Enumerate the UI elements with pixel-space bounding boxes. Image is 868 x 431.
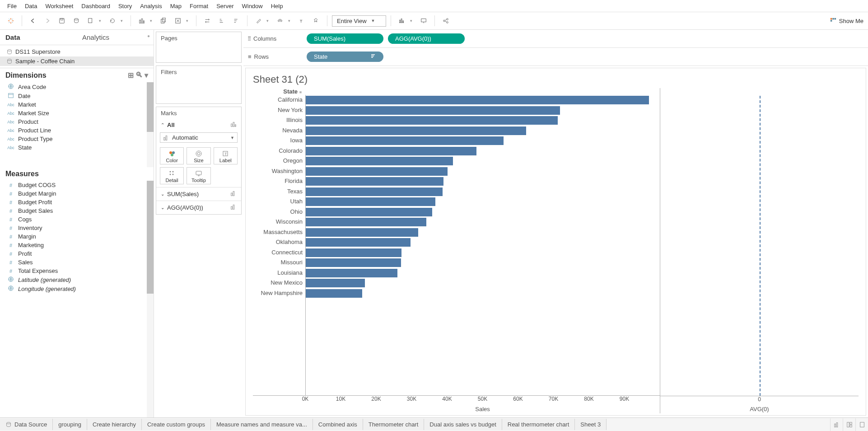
field-item[interactable]: #Marketing — [0, 241, 154, 249]
field-item[interactable]: #Sales — [0, 258, 154, 267]
pin-icon[interactable] — [310, 14, 322, 27]
undo-icon[interactable] — [27, 14, 39, 27]
bar[interactable] — [306, 238, 411, 247]
marks-agg-avg0[interactable]: ⌄AGG(AVG(0)) — [156, 201, 241, 214]
menu-file[interactable]: File — [4, 2, 20, 10]
label-button[interactable]: TLabel — [214, 147, 238, 164]
pages-card[interactable]: Pages — [156, 32, 242, 63]
share-icon[interactable] — [439, 14, 452, 27]
labels-icon[interactable]: T — [295, 14, 308, 27]
bar[interactable] — [306, 177, 443, 186]
sheet-title[interactable]: Sheet 31 (2) — [253, 74, 859, 85]
field-item[interactable]: Latitude (generated) — [0, 275, 154, 284]
menu-data[interactable]: Data — [21, 2, 41, 10]
bar-label[interactable]: New Mexico — [253, 278, 303, 288]
bar-label[interactable]: New Hampshire — [253, 288, 303, 299]
menu-help[interactable]: Help — [267, 2, 287, 10]
tab-data[interactable]: Data — [0, 30, 77, 45]
bar-label[interactable]: Utah — [253, 197, 303, 207]
field-item[interactable]: #Profit — [0, 249, 154, 258]
bar-label[interactable]: Connecticut — [253, 248, 303, 258]
marks-sum-sales[interactable]: ⌄SUM(Sales) — [156, 187, 241, 201]
bar-label[interactable]: Oregon — [253, 156, 303, 166]
field-item[interactable]: Area Code — [0, 82, 154, 91]
bar[interactable] — [306, 269, 397, 277]
field-item[interactable]: #Total Expenses — [0, 267, 154, 275]
bar[interactable] — [306, 248, 401, 257]
search-fields-icon[interactable]: 🔍︎ — [135, 71, 143, 80]
bar[interactable] — [306, 167, 448, 176]
menu-server[interactable]: Server — [213, 2, 237, 10]
new-worksheet-icon[interactable] — [135, 14, 148, 27]
sheet-tab[interactable]: grouping — [53, 419, 87, 430]
bar-label[interactable]: Nevada — [253, 126, 303, 136]
field-item[interactable]: #Budget COGS — [0, 181, 154, 189]
sort-asc-icon[interactable] — [215, 14, 228, 27]
pill-agg-avg0[interactable]: AGG(AVG(0)) — [388, 33, 465, 44]
field-item[interactable]: AbcProduct Line — [0, 126, 154, 135]
field-item[interactable]: AbcMarket — [0, 100, 154, 109]
sheet-tab[interactable]: Create custom groups — [142, 419, 211, 430]
sheet-tab[interactable]: Create hierarchy — [87, 419, 142, 430]
menu-worksheet[interactable]: Worksheet — [42, 2, 77, 10]
bar-label[interactable]: Wisconsin — [253, 217, 303, 227]
field-item[interactable]: AbcProduct Type — [0, 135, 154, 143]
bar-label[interactable]: Illinois — [253, 115, 303, 126]
save-icon[interactable] — [56, 14, 68, 27]
sort-desc-icon[interactable] — [230, 14, 243, 27]
filters-card[interactable]: Filters — [156, 66, 242, 104]
datasource-item[interactable]: DS11 Superstore — [0, 47, 154, 56]
bar-label[interactable]: Ohio — [253, 207, 303, 217]
menu-dashboard[interactable]: Dashboard — [78, 2, 114, 10]
field-item[interactable]: #Cogs — [0, 215, 154, 224]
bar-label[interactable]: Massachusetts — [253, 227, 303, 238]
bar[interactable] — [306, 106, 560, 115]
field-item[interactable]: AbcState — [0, 143, 154, 152]
mark-type-selector[interactable]: Automatic — [160, 132, 238, 143]
bar-label[interactable]: Colorado — [253, 146, 303, 156]
menu-map[interactable]: Map — [167, 2, 185, 10]
field-item[interactable]: Longitude (generated) — [0, 284, 154, 293]
datasource-item[interactable]: Sample - Coffee Chain — [0, 56, 154, 66]
tooltip-button[interactable]: Tooltip — [187, 167, 210, 184]
pill-sum-sales[interactable]: SUM(Sales) — [307, 33, 383, 44]
field-item[interactable]: #Budget Profit — [0, 198, 154, 206]
new-story-tab-icon[interactable] — [855, 418, 868, 431]
group-icon[interactable] — [274, 14, 286, 27]
bar[interactable] — [306, 218, 426, 226]
show-me-button[interactable]: Show Me — [830, 18, 863, 24]
refresh-icon[interactable] — [106, 14, 119, 27]
fit-selector[interactable]: Entire View — [332, 15, 386, 27]
bar[interactable] — [306, 258, 401, 267]
bar[interactable] — [306, 126, 526, 135]
bar[interactable] — [306, 187, 443, 196]
presentation-icon[interactable] — [417, 14, 430, 27]
marks-all-section[interactable]: ⌃All — [156, 119, 241, 131]
menu-analysis[interactable]: Analysis — [136, 2, 165, 10]
new-worksheet-tab-icon[interactable] — [830, 418, 843, 431]
swap-axes-icon[interactable] — [201, 14, 214, 27]
clear-sheet-icon[interactable] — [172, 14, 184, 27]
sheet-tab[interactable]: Combined axis — [313, 419, 363, 430]
bar[interactable] — [306, 157, 453, 165]
bar-label[interactable]: Washington — [253, 166, 303, 177]
field-item[interactable]: #Inventory — [0, 224, 154, 232]
rows-shelf[interactable]: ≡Rows State — [243, 48, 868, 66]
new-sheet-icon[interactable] — [84, 14, 97, 27]
bar-label[interactable]: Iowa — [253, 136, 303, 146]
highlight-icon[interactable] — [252, 14, 265, 27]
bar[interactable] — [306, 208, 432, 216]
field-item[interactable]: Date — [0, 91, 154, 100]
state-column-header[interactable]: State ≡ — [253, 88, 305, 95]
bar-label[interactable]: California — [253, 95, 303, 105]
field-item[interactable]: AbcProduct — [0, 117, 154, 126]
bar[interactable] — [306, 197, 435, 206]
tableau-logo[interactable] — [5, 14, 17, 27]
tab-analytics[interactable]: Analytics● — [77, 30, 154, 45]
duplicate-sheet-icon[interactable] — [157, 14, 170, 27]
bar[interactable] — [306, 289, 362, 298]
new-dashboard-tab-icon[interactable] — [843, 418, 855, 431]
field-item[interactable]: AbcMarket Size — [0, 109, 154, 117]
menu-window[interactable]: Window — [238, 2, 266, 10]
sheet-tab[interactable]: Sheet 3 — [575, 419, 607, 430]
